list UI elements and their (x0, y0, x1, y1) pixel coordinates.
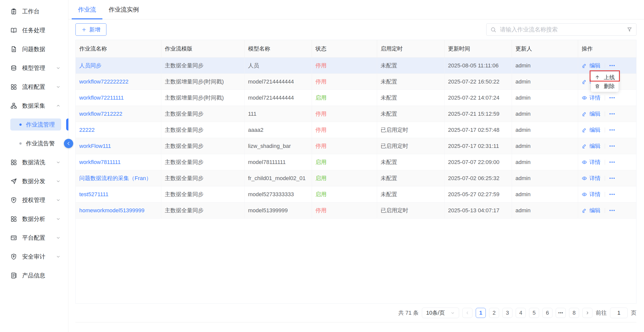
workflow-name-link[interactable]: workFlow111 (79, 143, 111, 149)
workflow-name-link[interactable]: 22222 (79, 127, 95, 133)
menu-item-online[interactable]: 上线 (591, 73, 619, 82)
column-header: 更新时间 (444, 40, 512, 57)
table-row: 问题数据流程的采集（Fran）主数据全量同步fr_child01_model02… (76, 170, 636, 186)
chevron-down-icon (451, 311, 455, 315)
sidebar-item-label: 模型管理 (22, 64, 56, 72)
sidebar-item[interactable]: 数据采集 (10, 100, 61, 112)
sidebar-subitem[interactable]: 作业流告警 (10, 137, 61, 149)
table-cell: fr_child01_model02_01 (244, 170, 312, 186)
more-button[interactable]: ••• (609, 208, 615, 213)
add-button[interactable]: 新增 (75, 23, 106, 36)
sidebar-item[interactable]: 问题数据 (10, 43, 61, 55)
workflow-name-link[interactable]: workflow7212222 (79, 111, 122, 117)
page-button[interactable]: 3 (502, 308, 512, 318)
search-input[interactable] (499, 26, 627, 33)
sidebar-item[interactable]: 安全审计 (10, 251, 61, 263)
more-button[interactable]: ••• (609, 128, 615, 132)
table-cell: 停用 (312, 122, 377, 138)
next-page-button[interactable] (582, 308, 592, 318)
workflow-name-link[interactable]: 人员同步 (79, 62, 101, 69)
sidebar-item[interactable]: 工作台 (10, 5, 61, 17)
more-button[interactable]: ••• (609, 112, 615, 116)
page-button[interactable]: 2 (489, 308, 499, 318)
updated-by-text: admin (515, 127, 531, 133)
table-cell: homeworkmodel51399999 (76, 202, 161, 218)
filter-funnel-icon[interactable] (627, 27, 632, 32)
edit-icon (582, 143, 587, 149)
edit-action-link[interactable]: 编辑 (582, 142, 600, 150)
action-label: 详情 (589, 158, 600, 166)
edit-action-link[interactable]: 编辑 (582, 207, 600, 214)
column-header: 模型名称 (244, 40, 312, 57)
template-cell-text: 主数据全量同步 (165, 158, 204, 166)
more-pages-button[interactable]: ••• (556, 308, 566, 318)
more-button[interactable]: ••• (609, 176, 615, 180)
table-cell: admin (512, 122, 578, 138)
shield-icon (10, 197, 17, 203)
edit-action-link[interactable]: 编辑 (582, 62, 600, 69)
table-cell: admin (512, 74, 578, 90)
sidebar-item[interactable]: 平台配置 (10, 232, 61, 244)
detail-action-link[interactable]: 详情 (582, 94, 600, 102)
updated-at-text: 2025-05-27 02:27:59 (448, 191, 499, 198)
detail-action-link[interactable]: 详情 (582, 191, 600, 198)
sidebar-item[interactable]: 授权管理 (10, 194, 61, 206)
tab-workflow[interactable]: 作业流 (72, 0, 102, 19)
more-button[interactable]: ••• (609, 160, 615, 164)
detail-action-link[interactable]: 详情 (582, 175, 600, 182)
table-cell: 主数据全量同步 (161, 138, 244, 154)
more-button[interactable]: ••• (609, 192, 615, 196)
page-button[interactable]: 1 (476, 308, 486, 318)
chevron-up-icon (56, 103, 61, 108)
page-button[interactable]: 8 (569, 308, 579, 318)
workflow-name-link[interactable]: workflow72211111 (79, 95, 124, 101)
template-cell-text: 主数据全量同步 (165, 191, 204, 198)
sidebar-item[interactable]: 模型管理 (10, 62, 61, 74)
sidebar-item[interactable]: 数据分析 (10, 213, 61, 225)
more-button[interactable]: ••• (609, 96, 615, 100)
page-button[interactable]: 4 (516, 308, 526, 318)
page-button[interactable]: 6 (542, 308, 552, 318)
table-cell: lizw_shading_bar (244, 138, 312, 154)
file-text-icon (10, 46, 17, 53)
page-size-select[interactable]: 10条/页 (422, 308, 459, 318)
sidebar-collapse-button[interactable] (64, 139, 73, 148)
sidebar-item[interactable]: 数据清洗 (10, 156, 61, 168)
search-box[interactable] (486, 23, 636, 36)
table-cell: 主数据全量同步 (161, 106, 244, 122)
sidebar-item[interactable]: 任务处理 (10, 24, 61, 36)
edit-action-link[interactable]: 编辑 (582, 110, 600, 118)
workflow-name-link[interactable]: workflow7811111 (79, 159, 121, 165)
table-cell: 编辑••• (578, 202, 636, 218)
workflow-name-link[interactable]: test5271111 (79, 191, 108, 198)
table-cell: 未配置 (377, 90, 444, 106)
prev-page-button[interactable] (462, 308, 472, 318)
sidebar-item[interactable]: 数据分发 (10, 175, 61, 187)
edit-action-link[interactable]: 编辑 (582, 126, 600, 134)
table-cell: admin (512, 90, 578, 106)
menu-item-delete[interactable]: 删除 (591, 82, 619, 91)
status-badge: 启用 (315, 158, 327, 166)
more-button[interactable]: ••• (609, 63, 615, 68)
table-cell: 启用 (312, 186, 377, 202)
table-cell: 2025-08-05 11:11:06 (444, 58, 512, 73)
table-cell: workflow72211111 (76, 90, 161, 106)
pagination-bar: 共 71 条10条/页123456•••8前往页 (75, 304, 636, 322)
workflow-name-link[interactable]: workflow722222222 (79, 78, 129, 85)
table-cell: 人员 (244, 58, 312, 73)
page-button[interactable]: 5 (529, 308, 539, 318)
detail-action-link[interactable]: 详情 (582, 158, 600, 166)
workflow-name-link[interactable]: 问题数据流程的采集（Fran） (79, 175, 151, 182)
more-button[interactable]: ••• (609, 144, 615, 148)
eye-icon (582, 95, 587, 101)
workflow-name-link[interactable]: homeworkmodel51399999 (79, 207, 144, 214)
tab-workflow-instance[interactable]: 作业流实例 (102, 0, 145, 19)
chevron-down-icon (56, 217, 61, 221)
table-cell: 2025-07-17 02:31:11 (444, 138, 512, 154)
database-icon (10, 65, 17, 71)
sidebar-subitem[interactable]: 作业流管理 (10, 118, 61, 131)
sidebar-item[interactable]: 流程配置 (10, 81, 61, 93)
table-row: workFlow111主数据全量同步lizw_shading_bar停用已启用定… (76, 138, 636, 154)
sidebar-item[interactable]: 产品信息 (10, 269, 61, 281)
jump-page-input[interactable] (610, 308, 628, 318)
